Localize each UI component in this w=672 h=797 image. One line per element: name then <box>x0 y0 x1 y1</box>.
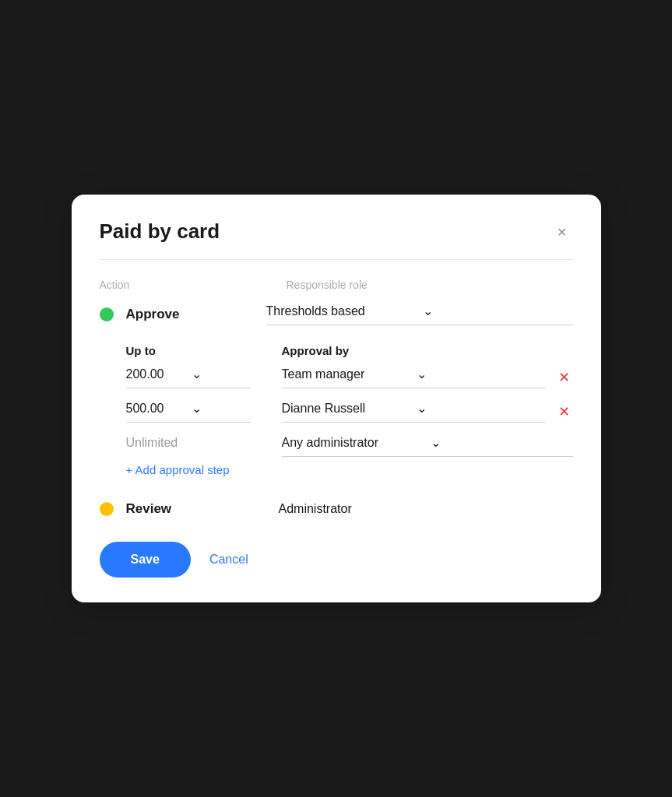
add-approval-step-button[interactable]: + Add approval step <box>126 460 230 479</box>
thresholds-dropdown-value: Thresholds based <box>266 304 417 318</box>
approver-value-1: Team manager <box>282 367 411 381</box>
footer-buttons: Save Cancel <box>100 542 573 578</box>
review-status-dot <box>100 502 114 516</box>
amount-field-2[interactable]: 500.00 ⌄ <box>126 401 251 423</box>
approve-action-label: Approve <box>126 307 266 322</box>
remove-row-2-button[interactable]: ✕ <box>555 405 573 419</box>
unlimited-approver-value: Any administrator <box>282 436 424 450</box>
threshold-section: Up to Approval by 200.00 ⌄ Team manager … <box>126 344 573 457</box>
threshold-row-1: 200.00 ⌄ Team manager ⌄ ✕ <box>126 367 573 388</box>
approver-field-1[interactable]: Team manager ⌄ <box>282 367 546 388</box>
action-column-label: Action <box>100 279 287 291</box>
modal-container: Paid by card × Action Responsible role A… <box>72 195 601 602</box>
amount-value-2: 500.00 <box>126 402 185 416</box>
cancel-button[interactable]: Cancel <box>209 553 248 567</box>
threshold-row-2: 500.00 ⌄ Dianne Russell ⌄ ✕ <box>126 401 573 423</box>
unlimited-label: Unlimited <box>126 436 282 456</box>
approver-chevron-icon-2: ⌄ <box>417 401 546 416</box>
review-value: Administrator <box>279 502 352 516</box>
approver-wrapper-2: Dianne Russell ⌄ ✕ <box>282 401 573 423</box>
review-action-label: Review <box>126 501 266 517</box>
approve-status-dot <box>100 307 114 321</box>
responsible-role-column-label: Responsible role <box>287 279 573 291</box>
up-to-label: Up to <box>126 344 282 357</box>
header-divider <box>100 259 573 260</box>
modal-title: Paid by card <box>100 219 220 244</box>
amount-value-1: 200.00 <box>126 367 185 381</box>
remove-row-1-button[interactable]: ✕ <box>555 370 573 384</box>
approver-wrapper-1: Team manager ⌄ ✕ <box>282 367 573 388</box>
modal-header: Paid by card × <box>100 219 573 244</box>
columns-header: Action Responsible role <box>100 279 573 291</box>
unlimited-row: Unlimited Any administrator ⌄ <box>126 435 573 457</box>
modal-overlay: Paid by card × Action Responsible role A… <box>0 0 672 797</box>
save-button[interactable]: Save <box>100 542 191 578</box>
amount-chevron-icon-1: ⌄ <box>192 367 251 381</box>
approve-row: Approve Thresholds based ⌄ <box>100 304 573 325</box>
unlimited-chevron-icon: ⌄ <box>431 435 573 450</box>
threshold-headers: Up to Approval by <box>126 344 573 357</box>
close-button[interactable]: × <box>551 221 573 243</box>
approver-field-2[interactable]: Dianne Russell ⌄ <box>282 401 546 423</box>
thresholds-chevron-icon: ⌄ <box>423 304 573 318</box>
amount-field-1[interactable]: 200.00 ⌄ <box>126 367 251 388</box>
amount-chevron-icon-2: ⌄ <box>192 401 251 416</box>
thresholds-dropdown[interactable]: Thresholds based ⌄ <box>266 304 573 325</box>
review-row: Review Administrator <box>100 501 573 517</box>
approver-chevron-icon-1: ⌄ <box>417 367 546 381</box>
unlimited-approver-field[interactable]: Any administrator ⌄ <box>282 435 573 457</box>
approver-value-2: Dianne Russell <box>282 402 411 416</box>
approval-by-label: Approval by <box>282 344 573 357</box>
